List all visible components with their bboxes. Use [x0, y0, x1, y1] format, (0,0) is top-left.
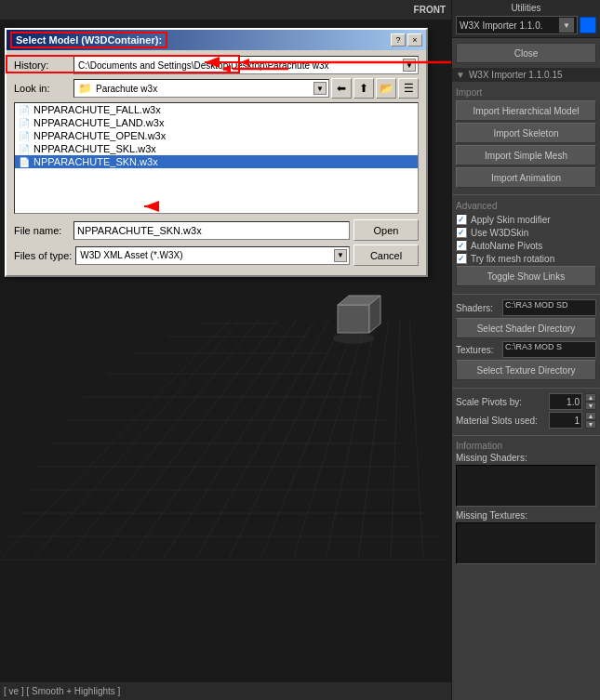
collapse-icon[interactable]: ▼	[456, 70, 465, 80]
utility-value: W3X Importer 1.1.0.	[460, 20, 542, 31]
material-spin-arrows: ▲ ▼	[585, 412, 596, 429]
missing-textures-box	[456, 522, 596, 564]
cb-use-w3dskin-row: ✓ Use W3DSkin	[456, 227, 596, 238]
material-input[interactable]	[549, 412, 582, 429]
utility-dropdown-arrow[interactable]: ▼	[559, 18, 574, 33]
lookin-dropdown[interactable]: 📁 Parachute w3x ▼	[73, 79, 329, 98]
file-item-3[interactable]: 📄 NPPARACHUTE_SKL.w3x	[15, 142, 418, 155]
toolbar-icons: ⬅ ⬆ 📂 ☰	[331, 78, 419, 99]
new-folder-btn[interactable]: 📂	[376, 78, 396, 99]
scale-label: Scale Pivots by:	[456, 397, 546, 407]
file-list[interactable]: 📄 NPPARACHUTE_FALL.w3x 📄 NPPARACHUTE_LAN…	[14, 102, 419, 214]
filetype-row: Files of type: W3D XML Asset (*.W3X) ▼ C…	[14, 244, 419, 266]
divider-4	[452, 435, 600, 436]
file-icon-1: 📄	[19, 118, 30, 128]
divider-3	[452, 388, 600, 389]
missing-shaders-label: Missing Shaders:	[456, 453, 596, 463]
scale-down-arrow[interactable]: ▼	[585, 402, 596, 410]
filename-input[interactable]	[73, 221, 350, 240]
file-name-4: NPPARACHUTE_SKN.w3x	[33, 156, 158, 167]
file-icon-4: 📄	[19, 157, 30, 167]
history-dropdown-arrow[interactable]: ▼	[403, 59, 416, 72]
import-animation-btn[interactable]: Import Animation	[456, 167, 596, 188]
viewport-bottom-bar: [ ve ] [ Smooth + Highlights ]	[0, 681, 451, 700]
close-button[interactable]: Close	[456, 43, 596, 63]
cb-tryfix-label: Try fix mesh rotation	[471, 254, 554, 264]
dialog-title: Select Model (W3DContainer):	[10, 32, 167, 48]
material-down-arrow[interactable]: ▼	[585, 420, 596, 429]
material-label: Material Slots used:	[456, 416, 546, 426]
dialog-controls: ? ×	[391, 33, 422, 46]
dialog-history-row: History: C:\Documents and Settings\Deskt…	[14, 56, 419, 74]
utility-row: W3X Importer 1.1.0. ▼	[456, 16, 596, 34]
import-simple-btn[interactable]: Import Simple Mesh	[456, 145, 596, 165]
scale-spin-arrows: ▲ ▼	[585, 393, 596, 410]
divider-1	[452, 194, 600, 195]
blue-square	[580, 17, 596, 33]
import-skeleton-btn[interactable]: Import Skeleton	[456, 123, 596, 143]
missing-textures-label: Missing Textures:	[456, 510, 596, 521]
scale-row: Scale Pivots by: ▲ ▼	[456, 393, 596, 410]
file-item-4[interactable]: 📄 NPPARACHUTE_SKN.w3x	[15, 155, 418, 168]
cb-tryfix[interactable]: ✓	[456, 253, 467, 264]
history-label: History:	[14, 59, 70, 71]
toggle-show-links-btn[interactable]: Toggle Show Links	[456, 266, 596, 286]
lookin-label: Look in:	[14, 83, 70, 94]
filetype-value: W3D XML Asset (*.W3X)	[80, 250, 182, 260]
cb-apply-skin[interactable]: ✓	[456, 214, 467, 225]
svg-point-27	[333, 333, 374, 344]
import-section: Import Import Hierarchical Model Import …	[452, 85, 600, 192]
material-up-arrow[interactable]: ▲	[585, 412, 596, 420]
file-item-1[interactable]: 📄 NPPARACHUTE_LAND.w3x	[15, 116, 418, 129]
scale-up-arrow[interactable]: ▲	[585, 393, 596, 402]
importer-section-header: ▼ W3X Importer 1.1.0.15	[452, 68, 600, 82]
cb-apply-skin-row: ✓ Apply Skin modifier	[456, 214, 596, 225]
filename-row: File name: Open	[14, 219, 419, 241]
utility-dropdown[interactable]: W3X Importer 1.1.0. ▼	[456, 16, 578, 34]
dialog-titlebar: Select Model (W3DContainer): ? ×	[7, 30, 426, 50]
cb-autoname-row: ✓ AutoName Pivots	[456, 240, 596, 251]
file-icon-3: 📄	[19, 144, 30, 154]
file-name-3: NPPARACHUTE_SKL.w3x	[33, 143, 156, 154]
select-shader-btn[interactable]: Select Shader Directory	[456, 318, 596, 338]
nav-up-btn[interactable]: ⬆	[353, 78, 374, 99]
select-texture-btn[interactable]: Select Texture Directory	[456, 360, 596, 380]
import-hierarchical-btn[interactable]: Import Hierarchical Model	[456, 100, 596, 121]
file-item-0[interactable]: 📄 NPPARACHUTE_FALL.w3x	[15, 103, 418, 116]
scale-input[interactable]	[549, 393, 582, 410]
filetype-dropdown[interactable]: W3D XML Asset (*.W3X) ▼	[75, 246, 350, 265]
advanced-label: Advanced	[456, 200, 596, 212]
dialog-lookin-row: Look in: 📁 Parachute w3x ▼ ⬅ ⬆	[14, 78, 419, 99]
utilities-label: Utilities	[456, 3, 596, 13]
history-dropdown[interactable]: C:\Documents and Settings\Desktop\Deskto…	[73, 56, 419, 74]
shaders-value: C:\RA3 MOD SD	[502, 299, 596, 316]
viewport-front-label: FRONT	[414, 5, 446, 15]
dialog-body: History: C:\Documents and Settings\Deskt…	[7, 50, 426, 275]
dialog-close-button[interactable]: ×	[407, 33, 422, 46]
shaders-row: Shaders: C:\RA3 MOD SD	[456, 299, 596, 316]
dialog-help-button[interactable]: ?	[391, 33, 406, 46]
cancel-button[interactable]: Cancel	[353, 244, 419, 266]
view-btn[interactable]: ☰	[398, 78, 419, 99]
cb-apply-skin-label: Apply Skin modifier	[471, 215, 551, 225]
right-panel: Utilities W3X Importer 1.1.0. ▼ Close ▼ …	[451, 0, 600, 700]
file-icon-0: 📄	[19, 105, 30, 115]
file-dialog: Select Model (W3DContainer): ? × History…	[5, 28, 428, 277]
file-item-2[interactable]: 📄 NPPARACHUTE_OPEN.w3x	[15, 129, 418, 142]
file-name-2: NPPARACHUTE_OPEN.w3x	[33, 130, 166, 141]
cb-use-w3dskin[interactable]: ✓	[456, 227, 467, 238]
filetype-arrow[interactable]: ▼	[334, 249, 347, 262]
open-button[interactable]: Open	[353, 219, 419, 241]
advanced-section: Advanced ✓ Apply Skin modifier ✓ Use W3D…	[452, 198, 600, 291]
cb-tryfix-row: ✓ Try fix mesh rotation	[456, 253, 596, 264]
lookin-value: Parachute w3x	[96, 84, 157, 94]
lookin-dropdown-arrow[interactable]: ▼	[313, 82, 327, 95]
cb-autoname[interactable]: ✓	[456, 240, 467, 251]
file-icon-2: 📄	[19, 131, 30, 141]
file-name-0: NPPARACHUTE_FALL.w3x	[33, 104, 161, 115]
textures-label: Textures:	[456, 345, 500, 355]
information-label: Information	[456, 441, 596, 451]
nav-back-btn[interactable]: ⬅	[331, 78, 352, 99]
cb-autoname-label: AutoName Pivots	[471, 241, 542, 251]
folder-icon: 📁	[78, 82, 92, 95]
